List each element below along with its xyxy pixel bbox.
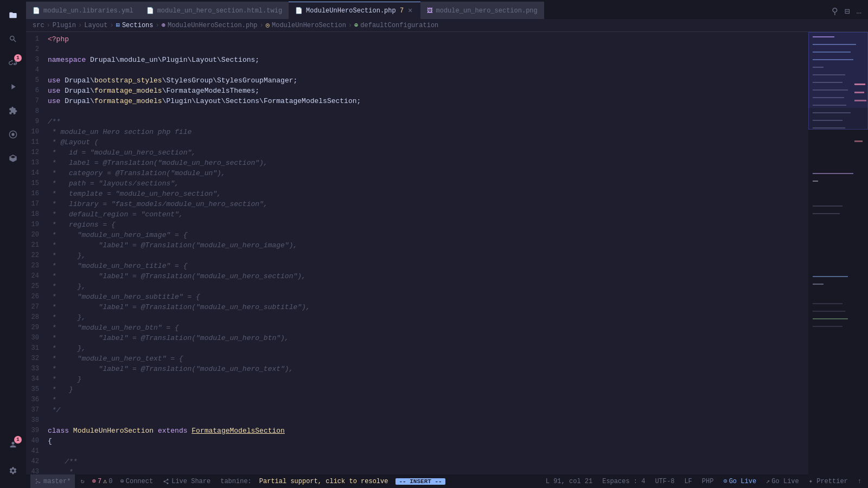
cursor-position[interactable]: L 91, col 21 xyxy=(544,474,595,488)
code-line: 11 * @Layout ( xyxy=(26,137,808,147)
sidebar-item-files[interactable] xyxy=(2,4,24,26)
sidebar-item-search[interactable] xyxy=(2,28,24,50)
tab-close-php[interactable]: × xyxy=(407,7,413,15)
code-scroll[interactable]: 1 <?php 2 3 namespace Drupal\module_un\P… xyxy=(26,32,808,474)
code-line: 18 * default_region = "content", xyxy=(26,209,808,220)
more-actions-icon[interactable]: … xyxy=(854,4,864,18)
tab-twig[interactable]: 📄 module_un_hero_section.html.twig xyxy=(140,2,289,19)
indent-size[interactable]: Espaces : 4 xyxy=(600,474,647,488)
code-line: 41 xyxy=(26,446,808,457)
code-line: 17 * library = "fast_models/module_un_he… xyxy=(26,199,808,209)
code-line: 7 use Drupal\formatage_models\Plugin\Lay… xyxy=(26,96,808,106)
split-editor-icon[interactable]: ⊟ xyxy=(843,4,852,19)
code-line: 28 * }, xyxy=(26,312,808,323)
git-branch[interactable]: master* xyxy=(30,474,75,488)
code-line: 22 * }, xyxy=(26,251,808,261)
insert-badge: -- INSERT -- xyxy=(395,478,445,485)
svg-point-1 xyxy=(11,133,14,136)
breadcrumb-layout[interactable]: Layout xyxy=(84,22,107,29)
code-line: 33 * "label" = @Translation("module_un_h… xyxy=(26,364,808,374)
sidebar-item-settings[interactable] xyxy=(2,460,24,481)
sidebar-item-source-control[interactable]: 1 xyxy=(2,52,24,74)
code-line: 31 * }, xyxy=(26,343,808,354)
code-line: 29 * "module_un_hero_btn" = { xyxy=(26,323,808,333)
breadcrumb-src[interactable]: src xyxy=(33,22,44,29)
svg-rect-22 xyxy=(813,181,818,182)
code-line: 38 xyxy=(26,415,808,426)
svg-rect-21 xyxy=(813,173,853,174)
sidebar-item-drupal[interactable] xyxy=(2,147,24,169)
code-line: 40 { xyxy=(26,436,808,446)
activity-bar-bottom: 1 xyxy=(2,434,24,484)
sidebar-item-account[interactable]: 1 xyxy=(2,434,24,455)
code-line: 37 */ xyxy=(26,405,808,415)
minimap-viewport xyxy=(808,32,868,130)
go-live-2-icon: ↗ xyxy=(766,477,770,485)
code-line: 32 * "module_un_hero_text" = { xyxy=(26,354,808,364)
code-line: 35 * } xyxy=(26,384,808,395)
breadcrumb-sections-icon: ⊞ xyxy=(116,21,120,29)
partial-support-button[interactable]: Partial support, click to resolve xyxy=(257,474,391,488)
sync-button[interactable]: ↻ xyxy=(78,474,86,488)
status-right: L 91, col 21 Espaces : 4 UTF-8 LF PHP ⊙ … xyxy=(544,474,864,488)
errors-button[interactable]: ⊗ 7 ⚠ 0 xyxy=(90,474,115,488)
code-line: 9 /** xyxy=(26,117,808,127)
line-ending-label: LF xyxy=(684,478,692,485)
breadcrumb-method[interactable]: defaultConfiguration xyxy=(360,22,438,29)
prettier-button[interactable]: ✦ Prettier xyxy=(807,474,850,488)
tab-label-png: module_un_hero_section.png xyxy=(436,7,538,15)
tab-bar: 📄 module_un.libraries.yml 📄 module_un_he… xyxy=(26,0,868,19)
live-share-label: Live Share xyxy=(171,478,210,485)
svg-rect-26 xyxy=(813,284,824,285)
upload-button[interactable]: ↑ xyxy=(856,474,864,488)
code-line: 27 * "label" = @Translation("module_un_h… xyxy=(26,302,808,312)
tab-actions: ⚲ ⊟ … xyxy=(829,4,868,19)
line-ending[interactable]: LF xyxy=(682,474,694,488)
tab-png[interactable]: 🖼 module_un_hero_section.png xyxy=(420,2,544,19)
sidebar-item-run[interactable] xyxy=(2,76,24,98)
content-area: 1 <?php 2 3 namespace Drupal\module_un\P… xyxy=(26,32,868,474)
charset[interactable]: UTF-8 xyxy=(653,474,676,488)
tab-label-php: ModuleUnHeroSection.php 7 xyxy=(306,7,404,15)
status-bar: master* ↻ ⊗ 7 ⚠ 0 ⊕ Connect Live Share t… xyxy=(26,474,868,488)
tab-libraries[interactable]: 📄 module_un.libraries.yml xyxy=(26,2,140,19)
code-line: 24 * "label" = @Translation("module_un_h… xyxy=(26,271,808,281)
sidebar-item-remote[interactable] xyxy=(2,124,24,145)
svg-rect-20 xyxy=(854,140,863,142)
tab-icon-php: 📄 xyxy=(295,7,303,14)
minimap[interactable] xyxy=(808,32,868,474)
tabnine-button[interactable]: tabnine: xyxy=(218,474,254,488)
code-line: 10 * module_un Hero section php file xyxy=(26,127,808,137)
breadcrumb-class-name[interactable]: ModuleUnHeroSection.php xyxy=(168,22,258,29)
tab-label-twig: module_un_hero_section.html.twig xyxy=(157,7,282,15)
position-label: L 91, col 21 xyxy=(546,478,592,485)
code-line: 16 * template = "module_un_hero_section"… xyxy=(26,189,808,199)
connect-button[interactable]: ⊕ Connect xyxy=(118,474,156,488)
warning-count: 0 xyxy=(108,478,112,485)
prettier-label: ✦ Prettier xyxy=(809,477,848,485)
charset-label: UTF-8 xyxy=(655,478,674,485)
go-live-2-button[interactable]: ↗ Go Live xyxy=(764,474,801,488)
language-mode[interactable]: PHP xyxy=(700,474,716,488)
breadcrumb-plugin[interactable]: Plugin xyxy=(53,22,76,29)
breadcrumb-class[interactable]: ModuleUnHeroSection xyxy=(272,22,346,29)
tab-php[interactable]: 📄 ModuleUnHeroSection.php 7 × xyxy=(289,2,420,19)
code-line: 3 namespace Drupal\module_un\Plugin\Layo… xyxy=(26,55,808,65)
breadcrumb-sections[interactable]: Sections xyxy=(122,22,154,29)
svg-rect-24 xyxy=(813,213,840,214)
sidebar-item-extensions[interactable] xyxy=(2,100,24,121)
go-live-button[interactable]: ⊙ Go Live xyxy=(721,474,758,488)
indent-label: Espaces : 4 xyxy=(602,478,645,485)
code-line: 26 * "module_un_hero_subtitle" = { xyxy=(26,292,808,302)
insert-mode: -- INSERT -- xyxy=(393,474,447,488)
live-share-button[interactable]: Live Share xyxy=(158,474,215,488)
breadcrumb-file-icon: ⊛ xyxy=(162,21,165,29)
code-line: 30 * "label" = @Translation("module_un_h… xyxy=(26,333,808,343)
remote-icon[interactable]: ⚲ xyxy=(829,4,840,19)
svg-rect-23 xyxy=(813,206,843,207)
tab-icon-png: 🖼 xyxy=(427,7,433,14)
tab-icon-twig: 📄 xyxy=(146,7,154,14)
go-live-icon: ⊙ xyxy=(723,477,727,485)
code-editor: 1 <?php 2 3 namespace Drupal\module_un\P… xyxy=(26,32,808,474)
code-line: 12 * id = "module_un_hero_section", xyxy=(26,147,808,158)
